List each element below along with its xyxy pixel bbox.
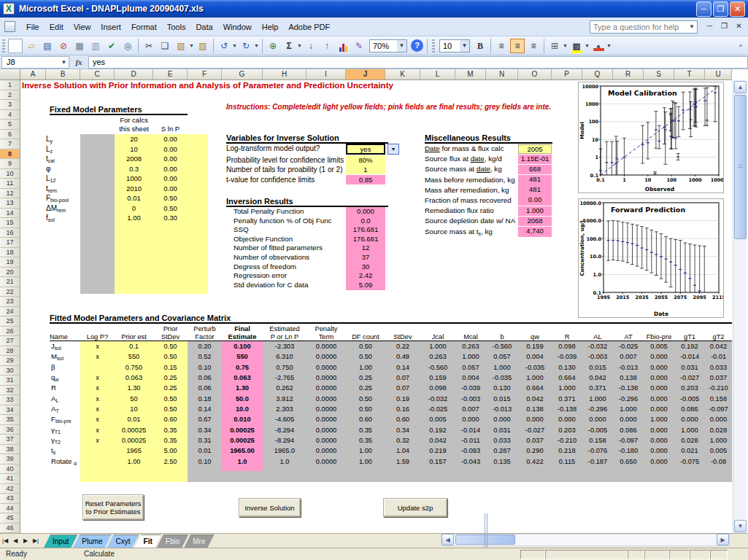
cell-value[interactable]: 0.057 [455, 362, 486, 373]
cell-value[interactable]: 0.49 [385, 351, 420, 362]
cell-value[interactable]: -0.075 [674, 456, 705, 467]
cell-value[interactable]: 0.00025 [115, 425, 153, 435]
cell-value[interactable]: 0.60 [153, 414, 188, 424]
autosum-icon[interactable]: Σ [282, 39, 296, 53]
row-header[interactable]: 2 [0, 90, 20, 101]
model-calibration-chart[interactable]: 0.11101001000100000.1110100100010000Mode… [578, 82, 724, 193]
align-center-icon[interactable]: ≡ [510, 39, 525, 53]
cell-value[interactable]: 176.681 [346, 235, 385, 244]
cell-value[interactable]: 0.287 [486, 446, 518, 456]
zoom-dropdown-icon[interactable]: ▼ [397, 40, 406, 52]
cell-value[interactable]: 0.000 [518, 414, 552, 424]
menu-item[interactable]: Data [190, 20, 217, 34]
cell-value[interactable]: 0.14 [385, 362, 420, 373]
close-button[interactable]: ✕ [730, 1, 745, 17]
row-header[interactable]: 6 [0, 130, 20, 140]
cell-value[interactable]: 550 [222, 351, 263, 362]
row-header[interactable]: 19 [0, 257, 20, 268]
cell-value[interactable]: 0.007 [455, 404, 486, 414]
cell-value[interactable]: -0.035 [518, 362, 552, 373]
cell-value[interactable]: -0.025 [420, 404, 455, 414]
cell-value[interactable]: 0.67 [188, 414, 222, 424]
borders-dropdown-icon[interactable]: ▼ [563, 39, 568, 52]
cell-value[interactable]: 0.85 [346, 175, 385, 184]
cell-value[interactable]: 1965.00 [222, 446, 263, 456]
cell-value[interactable]: -2.765 [263, 373, 306, 383]
toolbar-grip[interactable] [432, 39, 435, 52]
chart-wizard-icon[interactable] [336, 39, 350, 53]
cell-value[interactable]: 1.000 [518, 206, 552, 217]
cell-value[interactable]: 0.50 [346, 351, 385, 362]
cell-value[interactable]: 0.000 [705, 414, 732, 424]
cell-value[interactable]: 1.000 [552, 383, 582, 393]
cell-value[interactable]: 1965 [115, 446, 153, 456]
row-header[interactable]: 20 [0, 268, 20, 278]
row-header[interactable]: 39 [0, 454, 20, 464]
cell-value[interactable]: 0.028 [674, 435, 705, 446]
copy-icon[interactable]: ❏ [158, 39, 172, 53]
cell-value[interactable]: 0.033 [705, 362, 732, 373]
cell-value[interactable]: 1.000 [420, 341, 455, 351]
cell-value[interactable]: 0.0000 [306, 425, 346, 435]
row-header[interactable]: 12 [0, 189, 20, 199]
cell-value[interactable]: 1.00 [346, 456, 385, 467]
cell-value[interactable]: 0.35 [153, 435, 188, 446]
align-right-icon[interactable]: ≡ [526, 39, 541, 53]
cell-value[interactable]: 0.22 [385, 341, 420, 351]
cell-value[interactable]: x [80, 341, 115, 351]
row-header[interactable]: 44 [0, 504, 20, 514]
cell-value[interactable]: 5.00 [153, 446, 188, 456]
cell-value[interactable]: x [80, 414, 115, 424]
cell-value[interactable]: 0.10 [188, 362, 222, 373]
cell-value[interactable]: 0.50 [153, 394, 188, 404]
cell-value[interactable]: 1.00 [346, 446, 385, 456]
research-icon[interactable]: ◎ [120, 39, 135, 53]
sheet-tab[interactable]: Fit [135, 534, 161, 548]
cell-value[interactable]: 2.303 [263, 404, 306, 414]
cell-value[interactable]: 12 [346, 244, 385, 253]
row-header[interactable]: 33 [0, 395, 20, 405]
cell-value[interactable]: 0.015 [486, 394, 518, 404]
cell-value[interactable]: 0.000 [552, 414, 582, 424]
cell-value[interactable]: -0.003 [582, 351, 613, 362]
column-header[interactable]: I [306, 69, 346, 80]
menu-item[interactable]: Format [126, 20, 162, 34]
cell-value[interactable]: 1.30 [115, 383, 153, 393]
cell-value[interactable]: 0.371 [582, 383, 613, 393]
cell-value[interactable]: 4,740 [518, 227, 552, 237]
doc-minimize-button[interactable]: ─ [703, 21, 716, 32]
cell-value[interactable]: -0.011 [455, 435, 486, 446]
cell-value[interactable]: 10 [115, 144, 153, 155]
vertical-scrollbar[interactable]: ▲ ▼ [733, 80, 747, 533]
cell-value[interactable]: -0.08 [705, 456, 732, 467]
row-header[interactable]: 42 [0, 484, 20, 494]
cell-value[interactable]: 0.34 [188, 425, 222, 435]
cell-value[interactable]: x [80, 404, 115, 414]
cell-value[interactable]: -0.210 [552, 435, 582, 446]
cell-value[interactable]: 1.000 [582, 394, 613, 404]
cell-value[interactable]: 0.005 [420, 414, 455, 424]
row-header[interactable]: 17 [0, 238, 20, 248]
cell-value[interactable]: 10 [115, 404, 153, 414]
cell-value[interactable]: 0.130 [552, 362, 582, 373]
cell-value[interactable]: 0.60 [385, 414, 420, 424]
cell-value[interactable]: 50.0 [222, 394, 263, 404]
print-preview-icon[interactable]: ▥ [88, 39, 103, 53]
row-header[interactable]: 31 [0, 376, 20, 386]
cell-value[interactable]: -0.014 [455, 425, 486, 435]
cell-value[interactable]: 0.159 [518, 341, 552, 351]
cell-value[interactable]: 0.042 [705, 341, 732, 351]
row-header[interactable]: 18 [0, 248, 20, 258]
row-header[interactable]: 5 [0, 120, 20, 130]
name-box[interactable]: J8 ▼ [1, 56, 69, 69]
row-header[interactable]: 13 [0, 198, 20, 209]
cell-value[interactable]: 0.32 [385, 435, 420, 446]
cell-value[interactable]: 2.42 [346, 271, 385, 281]
paste-dropdown-icon[interactable]: ▼ [189, 39, 195, 52]
save-icon[interactable]: ▤ [40, 39, 55, 53]
cell-value[interactable]: 0.015 [582, 362, 613, 373]
cell-value[interactable]: 1.000 [455, 351, 486, 362]
select-all-corner[interactable] [0, 69, 20, 80]
cell-value[interactable]: 1965.0 [263, 446, 306, 456]
zoom-combo[interactable]: 70% ▼ [369, 39, 407, 52]
